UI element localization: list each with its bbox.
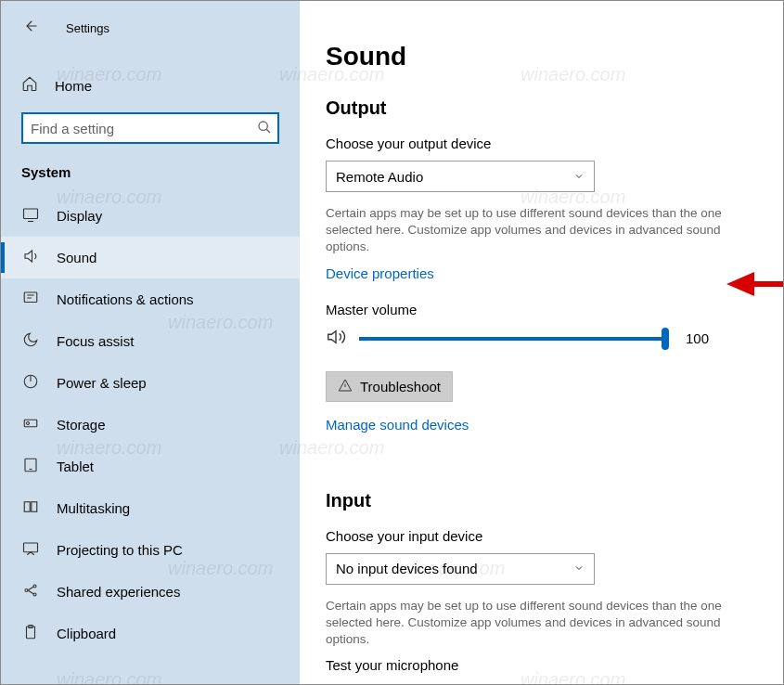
settings-sidebar: Settings Home System Display Sound Notif… [1, 1, 300, 684]
output-choose-label: Choose your output device [326, 136, 757, 151]
svg-point-5 [27, 422, 30, 425]
search-input[interactable] [21, 112, 279, 144]
input-heading: Input [326, 490, 757, 511]
sidebar-item-display[interactable]: Display [1, 195, 300, 237]
sidebar-item-clipboard[interactable]: Clipboard [1, 613, 300, 654]
troubleshoot-button[interactable]: Troubleshoot [326, 371, 453, 402]
svg-point-0 [259, 122, 267, 130]
svg-marker-16 [726, 272, 754, 296]
sidebar-item-home[interactable]: Home [1, 66, 300, 105]
svg-rect-7 [24, 502, 30, 512]
main-content: Sound Output Choose your output device R… [300, 1, 783, 684]
test-mic-label: Test your microphone [326, 657, 757, 673]
svg-rect-9 [24, 543, 38, 552]
chevron-down-icon [573, 561, 585, 576]
sidebar-item-label: Storage [57, 417, 106, 433]
shared-icon [21, 582, 40, 601]
sidebar-item-focus[interactable]: Focus assist [1, 320, 300, 362]
focus-icon [21, 331, 40, 351]
svg-point-12 [33, 593, 36, 596]
back-button[interactable] [21, 18, 38, 38]
output-hint: Certain apps may be set up to use differ… [326, 205, 739, 256]
window-title: Settings [66, 21, 109, 35]
sidebar-item-power[interactable]: Power & sleep [1, 362, 300, 404]
manage-sound-devices-link[interactable]: Manage sound devices [326, 417, 469, 433]
power-icon [21, 373, 40, 393]
sidebar-group-title: System [1, 164, 300, 195]
volume-value: 100 [686, 330, 709, 346]
input-choose-label: Choose your input device [326, 528, 757, 544]
sidebar-item-label: Sound [57, 250, 96, 265]
svg-rect-1 [24, 209, 38, 219]
sidebar-item-notifications[interactable]: Notifications & actions [1, 278, 300, 320]
svg-rect-2 [24, 292, 37, 303]
troubleshoot-label: Troubleshoot [360, 379, 441, 394]
volume-slider[interactable] [359, 337, 665, 341]
svg-point-10 [25, 589, 28, 592]
volume-thumb[interactable] [662, 328, 669, 350]
warning-icon [338, 378, 353, 395]
sidebar-item-label: Clipboard [57, 626, 116, 641]
input-device-select[interactable]: No input devices found [326, 553, 595, 585]
projecting-icon [21, 540, 40, 560]
sidebar-item-multitasking[interactable]: Multitasking [1, 487, 300, 529]
sidebar-item-label: Tablet [57, 459, 94, 474]
notifications-icon [21, 290, 40, 309]
sidebar-item-shared[interactable]: Shared experiences [1, 571, 300, 613]
output-device-select[interactable]: Remote Audio [326, 161, 595, 192]
page-title: Sound [326, 42, 757, 71]
sidebar-item-label: Multitasking [57, 500, 130, 516]
svg-point-11 [33, 585, 36, 588]
clipboard-icon [21, 624, 40, 643]
sidebar-item-label: Notifications & actions [57, 291, 194, 307]
display-icon [21, 206, 40, 226]
sidebar-item-projecting[interactable]: Projecting to this PC [1, 529, 300, 571]
sidebar-item-label: Shared experiences [57, 584, 180, 600]
sidebar-item-label: Focus assist [57, 333, 134, 349]
output-heading: Output [326, 97, 757, 119]
svg-rect-8 [32, 502, 37, 512]
storage-icon [21, 415, 40, 434]
master-volume-label: Master volume [326, 302, 757, 317]
tablet-icon [21, 457, 40, 476]
volume-icon[interactable] [326, 327, 346, 351]
sidebar-item-label: Display [57, 208, 102, 224]
sidebar-item-label: Power & sleep [57, 375, 147, 391]
sidebar-item-label: Projecting to this PC [57, 542, 183, 558]
sidebar-item-storage[interactable]: Storage [1, 404, 300, 446]
sidebar-item-tablet[interactable]: Tablet [1, 446, 300, 487]
home-icon [21, 75, 38, 96]
input-hint: Certain apps may be set up to use differ… [326, 598, 739, 649]
chevron-down-icon [573, 169, 585, 185]
input-device-value: No input devices found [336, 561, 478, 576]
search-icon [257, 120, 272, 138]
sound-icon [21, 248, 40, 267]
home-label: Home [55, 78, 92, 94]
output-device-value: Remote Audio [336, 169, 423, 185]
multitasking-icon [21, 498, 40, 518]
device-properties-link[interactable]: Device properties [326, 265, 434, 281]
sidebar-item-sound[interactable]: Sound [1, 237, 300, 278]
